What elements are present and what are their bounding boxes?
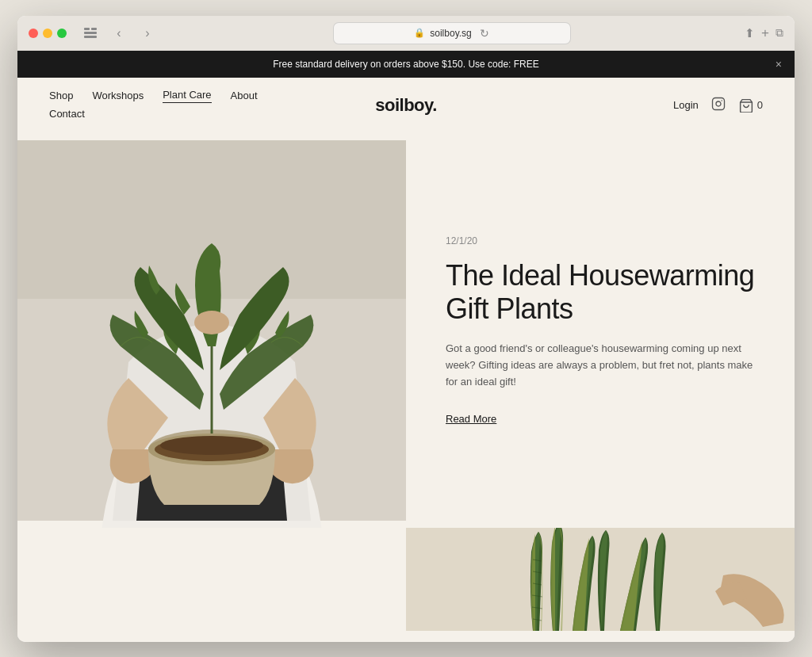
login-button[interactable]: Login bbox=[673, 99, 699, 111]
close-button[interactable] bbox=[29, 29, 38, 38]
nav-workshops[interactable]: Workshops bbox=[92, 90, 144, 103]
article-1-text: 12/1/20 The Ideal Housewarming Gift Plan… bbox=[406, 133, 795, 528]
nav-top-row: Shop Workshops Plant Care About bbox=[49, 89, 258, 103]
back-button[interactable]: ‹ bbox=[108, 22, 130, 44]
nav-bottom-row: Contact bbox=[49, 108, 258, 121]
cart-icon[interactable]: 0 bbox=[738, 98, 763, 113]
lock-icon: 🔒 bbox=[414, 28, 425, 38]
url-text: soilboy.sg bbox=[430, 28, 471, 39]
address-bar[interactable]: 🔒 soilboy.sg ↻ bbox=[333, 22, 571, 44]
share-icon[interactable]: ⬆ bbox=[745, 26, 755, 40]
nav-about[interactable]: About bbox=[231, 90, 258, 103]
article-2-snake-plant-image bbox=[406, 528, 795, 631]
svg-point-16 bbox=[194, 311, 229, 334]
nav-plant-care[interactable]: Plant Care bbox=[163, 89, 211, 103]
reload-icon[interactable]: ↻ bbox=[480, 27, 489, 40]
cart-count: 0 bbox=[757, 99, 763, 111]
read-more-link[interactable]: Read More bbox=[446, 413, 755, 425]
nav-left: Shop Workshops Plant Care About Contact bbox=[49, 89, 258, 121]
article-excerpt: Got a good friend's or colleague's house… bbox=[446, 341, 755, 390]
browser-actions: ⬆ + ⧉ bbox=[745, 25, 783, 41]
svg-point-5 bbox=[716, 101, 721, 106]
svg-rect-4 bbox=[712, 97, 724, 109]
article-date: 12/1/20 bbox=[446, 235, 755, 246]
svg-rect-2 bbox=[84, 32, 97, 34]
traffic-lights bbox=[29, 29, 67, 38]
article-1-plant-image bbox=[17, 133, 406, 528]
new-tab-icon[interactable]: + bbox=[761, 25, 769, 41]
instagram-icon[interactable] bbox=[711, 97, 726, 114]
nav-contact[interactable]: Contact bbox=[49, 108, 85, 121]
website: Free standard delivery on orders above $… bbox=[17, 51, 795, 642]
svg-point-6 bbox=[721, 100, 722, 101]
svg-rect-3 bbox=[84, 36, 97, 38]
browser-window: ‹ › 🔒 soilboy.sg ↻ ⬆ + ⧉ Free standard d… bbox=[17, 16, 795, 642]
article-title: The Ideal Housewarming Gift Plants bbox=[446, 259, 755, 325]
article-2-image-container bbox=[406, 528, 795, 631]
nav-right: Login 0 bbox=[673, 97, 763, 114]
announcement-bar: Free standard delivery on orders above $… bbox=[17, 51, 795, 78]
main-content: 12/1/20 The Ideal Housewarming Gift Plan… bbox=[17, 133, 795, 642]
sidebar-toggle-icon[interactable] bbox=[79, 22, 102, 44]
address-bar-container: 🔒 soilboy.sg ↻ bbox=[165, 22, 738, 44]
svg-rect-1 bbox=[91, 28, 97, 30]
article-1-image-container bbox=[17, 133, 406, 528]
blog-grid: 12/1/20 The Ideal Housewarming Gift Plan… bbox=[17, 133, 795, 642]
site-logo[interactable]: soilboy. bbox=[375, 95, 437, 116]
svg-point-14 bbox=[160, 436, 263, 455]
navigation: Shop Workshops Plant Care About Contact … bbox=[17, 78, 795, 133]
svg-rect-0 bbox=[84, 28, 90, 30]
tabs-icon[interactable]: ⧉ bbox=[776, 26, 783, 40]
nav-shop[interactable]: Shop bbox=[49, 90, 73, 103]
announcement-text: Free standard delivery on orders above $… bbox=[273, 59, 539, 70]
maximize-button[interactable] bbox=[57, 29, 67, 38]
announcement-close-button[interactable]: × bbox=[776, 58, 782, 71]
forward-button[interactable]: › bbox=[136, 22, 159, 44]
minimize-button[interactable] bbox=[43, 29, 52, 38]
browser-titlebar: ‹ › 🔒 soilboy.sg ↻ ⬆ + ⧉ bbox=[17, 16, 795, 51]
